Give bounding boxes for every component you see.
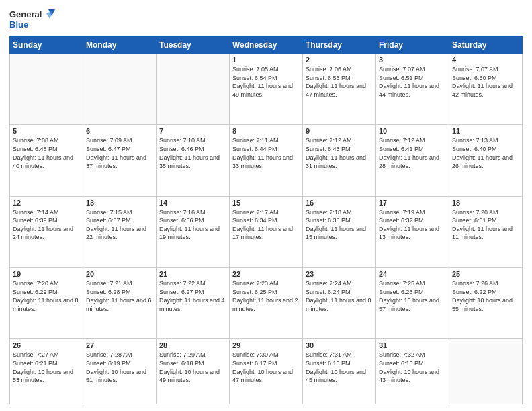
calendar-cell: 8Sunrise: 7:11 AMSunset: 6:44 PMDaylight… [230, 125, 303, 196]
day-number: 16 [306, 199, 373, 207]
day-number: 17 [379, 199, 446, 207]
day-number: 2 [306, 56, 373, 64]
calendar-cell: 19Sunrise: 7:20 AMSunset: 6:29 PMDayligh… [10, 267, 83, 338]
day-number: 5 [13, 127, 80, 135]
calendar-cell: 11Sunrise: 7:13 AMSunset: 6:40 PMDayligh… [449, 125, 523, 196]
day-number: 8 [232, 127, 300, 135]
day-number: 1 [232, 56, 300, 64]
day-info: Sunrise: 7:20 AMSunset: 6:31 PMDaylight:… [452, 208, 519, 242]
calendar-cell: 9Sunrise: 7:12 AMSunset: 6:43 PMDaylight… [303, 125, 376, 196]
day-info: Sunrise: 7:29 AMSunset: 6:18 PMDaylight:… [159, 351, 226, 384]
day-info: Sunrise: 7:16 AMSunset: 6:36 PMDaylight:… [159, 208, 226, 242]
day-number: 18 [452, 199, 519, 207]
day-number: 29 [232, 341, 300, 349]
day-number: 26 [13, 341, 80, 349]
day-number: 27 [86, 341, 153, 349]
day-number: 30 [306, 341, 373, 349]
day-info: Sunrise: 7:22 AMSunset: 6:27 PMDaylight:… [159, 279, 226, 313]
calendar-header-cell: Saturday [449, 37, 523, 54]
calendar-cell: 16Sunrise: 7:18 AMSunset: 6:33 PMDayligh… [303, 196, 376, 267]
day-info: Sunrise: 7:08 AMSunset: 6:48 PMDaylight:… [13, 136, 80, 170]
day-info: Sunrise: 7:12 AMSunset: 6:41 PMDaylight:… [379, 136, 446, 170]
day-number: 14 [159, 199, 226, 207]
calendar-cell: 29Sunrise: 7:30 AMSunset: 6:17 PMDayligh… [230, 339, 303, 404]
calendar-header-cell: Tuesday [157, 37, 230, 54]
day-info: Sunrise: 7:12 AMSunset: 6:43 PMDaylight:… [306, 136, 373, 170]
day-info: Sunrise: 7:28 AMSunset: 6:19 PMDaylight:… [86, 351, 153, 384]
day-number: 24 [379, 270, 446, 278]
day-number: 23 [306, 270, 373, 278]
day-number: 9 [306, 127, 373, 135]
calendar-week-row: 5Sunrise: 7:08 AMSunset: 6:48 PMDaylight… [10, 125, 523, 196]
day-number: 31 [379, 341, 446, 349]
header: General Blue [9, 7, 523, 32]
page: General Blue SundayMondayTuesdayWednesda… [0, 0, 532, 411]
day-info: Sunrise: 7:30 AMSunset: 6:17 PMDaylight:… [232, 351, 300, 384]
calendar-cell: 20Sunrise: 7:21 AMSunset: 6:28 PMDayligh… [83, 267, 157, 338]
calendar-cell [157, 54, 230, 125]
day-number: 12 [13, 199, 80, 207]
calendar-cell: 22Sunrise: 7:23 AMSunset: 6:25 PMDayligh… [230, 267, 303, 338]
day-info: Sunrise: 7:07 AMSunset: 6:51 PMDaylight:… [379, 65, 446, 99]
calendar-header-row: SundayMondayTuesdayWednesdayThursdayFrid… [10, 37, 523, 54]
day-info: Sunrise: 7:10 AMSunset: 6:46 PMDaylight:… [159, 136, 226, 170]
calendar-cell: 3Sunrise: 7:07 AMSunset: 6:51 PMDaylight… [376, 54, 449, 125]
day-number: 10 [379, 127, 446, 135]
calendar-cell: 6Sunrise: 7:09 AMSunset: 6:47 PMDaylight… [83, 125, 157, 196]
calendar-cell: 1Sunrise: 7:05 AMSunset: 6:54 PMDaylight… [230, 54, 303, 125]
calendar-week-row: 1Sunrise: 7:05 AMSunset: 6:54 PMDaylight… [10, 54, 523, 125]
day-number: 19 [13, 270, 80, 278]
day-info: Sunrise: 7:21 AMSunset: 6:28 PMDaylight:… [86, 279, 153, 313]
day-info: Sunrise: 7:07 AMSunset: 6:50 PMDaylight:… [452, 65, 519, 99]
calendar-cell: 21Sunrise: 7:22 AMSunset: 6:27 PMDayligh… [157, 267, 230, 338]
day-number: 28 [159, 341, 226, 349]
day-info: Sunrise: 7:05 AMSunset: 6:54 PMDaylight:… [232, 65, 300, 99]
day-number: 21 [159, 270, 226, 278]
day-info: Sunrise: 7:18 AMSunset: 6:33 PMDaylight:… [306, 208, 373, 242]
calendar-cell: 13Sunrise: 7:15 AMSunset: 6:37 PMDayligh… [83, 196, 157, 267]
day-number: 6 [86, 127, 153, 135]
calendar-cell: 25Sunrise: 7:26 AMSunset: 6:22 PMDayligh… [449, 267, 523, 338]
day-number: 25 [452, 270, 519, 278]
calendar-header-cell: Monday [83, 37, 157, 54]
day-info: Sunrise: 7:13 AMSunset: 6:40 PMDaylight:… [452, 136, 519, 170]
day-number: 3 [379, 56, 446, 64]
day-number: 20 [86, 270, 153, 278]
day-info: Sunrise: 7:20 AMSunset: 6:29 PMDaylight:… [13, 279, 80, 313]
calendar-cell: 15Sunrise: 7:17 AMSunset: 6:34 PMDayligh… [230, 196, 303, 267]
day-number: 4 [452, 56, 519, 64]
day-info: Sunrise: 7:19 AMSunset: 6:32 PMDaylight:… [379, 208, 446, 242]
calendar-cell: 12Sunrise: 7:14 AMSunset: 6:39 PMDayligh… [10, 196, 83, 267]
day-info: Sunrise: 7:17 AMSunset: 6:34 PMDaylight:… [232, 208, 300, 242]
day-number: 7 [159, 127, 226, 135]
calendar-cell: 24Sunrise: 7:25 AMSunset: 6:23 PMDayligh… [376, 267, 449, 338]
day-info: Sunrise: 7:31 AMSunset: 6:16 PMDaylight:… [306, 351, 373, 384]
calendar-header-cell: Friday [376, 37, 449, 54]
calendar-cell: 30Sunrise: 7:31 AMSunset: 6:16 PMDayligh… [303, 339, 376, 404]
calendar-header-cell: Thursday [303, 37, 376, 54]
logo: General Blue [9, 7, 56, 32]
calendar-body: 1Sunrise: 7:05 AMSunset: 6:54 PMDaylight… [10, 54, 523, 404]
calendar-cell: 10Sunrise: 7:12 AMSunset: 6:41 PMDayligh… [376, 125, 449, 196]
calendar-cell: 26Sunrise: 7:27 AMSunset: 6:21 PMDayligh… [10, 339, 83, 404]
calendar-table: SundayMondayTuesdayWednesdayThursdayFrid… [9, 36, 523, 404]
calendar-cell: 28Sunrise: 7:29 AMSunset: 6:18 PMDayligh… [157, 339, 230, 404]
svg-text:General: General [9, 9, 42, 19]
calendar-cell: 18Sunrise: 7:20 AMSunset: 6:31 PMDayligh… [449, 196, 523, 267]
calendar-cell: 31Sunrise: 7:32 AMSunset: 6:15 PMDayligh… [376, 339, 449, 404]
day-info: Sunrise: 7:23 AMSunset: 6:25 PMDaylight:… [232, 279, 300, 313]
day-info: Sunrise: 7:32 AMSunset: 6:15 PMDaylight:… [379, 351, 446, 384]
calendar-cell [10, 54, 83, 125]
calendar-cell: 14Sunrise: 7:16 AMSunset: 6:36 PMDayligh… [157, 196, 230, 267]
calendar-cell [449, 339, 523, 404]
day-info: Sunrise: 7:11 AMSunset: 6:44 PMDaylight:… [232, 136, 300, 170]
day-info: Sunrise: 7:25 AMSunset: 6:23 PMDaylight:… [379, 279, 446, 313]
day-info: Sunrise: 7:06 AMSunset: 6:53 PMDaylight:… [306, 65, 373, 99]
day-info: Sunrise: 7:24 AMSunset: 6:24 PMDaylight:… [306, 279, 373, 313]
day-number: 13 [86, 199, 153, 207]
calendar-cell: 23Sunrise: 7:24 AMSunset: 6:24 PMDayligh… [303, 267, 376, 338]
calendar-cell: 17Sunrise: 7:19 AMSunset: 6:32 PMDayligh… [376, 196, 449, 267]
logo-svg: General Blue [9, 7, 56, 32]
calendar-cell: 2Sunrise: 7:06 AMSunset: 6:53 PMDaylight… [303, 54, 376, 125]
svg-text:Blue: Blue [9, 19, 28, 30]
